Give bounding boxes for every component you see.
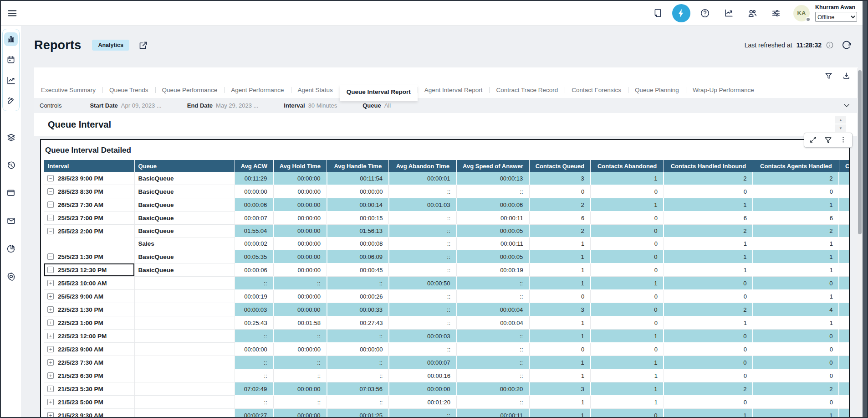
value-cell[interactable]: 0 — [664, 356, 753, 369]
value-cell[interactable]: 00:27:43 — [327, 316, 389, 330]
queue-cell[interactable] — [134, 316, 235, 330]
interval-cell[interactable]: −28/5/23 8:30 PM — [44, 185, 134, 198]
value-cell[interactable]: 0 — [591, 409, 664, 418]
expand-row-icon[interactable]: + — [47, 333, 54, 339]
tab-executive-summary[interactable]: Executive Summary — [34, 83, 102, 98]
sidebar-item-bar-chart-icon[interactable] — [4, 32, 18, 46]
queue-cell[interactable] — [134, 330, 235, 343]
sidebar-item-design-icon[interactable] — [4, 94, 18, 108]
expand-row-icon[interactable]: + — [47, 399, 54, 405]
value-cell[interactable]: 00:00:11 — [457, 237, 530, 250]
value-cell[interactable]: 1 — [753, 316, 839, 330]
queue-cell[interactable]: BasicQueue — [134, 250, 235, 263]
tab-contract-trace-record[interactable]: Contract Trace Record — [489, 83, 565, 98]
value-cell[interactable]: 00:00:45 — [327, 263, 389, 277]
value-cell[interactable]: 00:00:06 — [457, 198, 530, 212]
value-cell[interactable]: 1 — [664, 316, 753, 330]
value-cell[interactable]: 0 — [591, 237, 664, 250]
value-cell[interactable]: :: — [273, 330, 327, 343]
value-cell[interactable]: 3 — [529, 382, 590, 396]
queue-cell[interactable]: BasicQueue — [134, 212, 235, 225]
value-cell-clipped[interactable] — [839, 330, 850, 343]
value-cell[interactable]: 0 — [664, 185, 753, 198]
value-cell[interactable]: :: — [327, 277, 389, 290]
agent-status-select[interactable]: Offline — [815, 12, 857, 22]
value-cell-clipped[interactable] — [839, 250, 850, 263]
page-scrollbar[interactable] — [857, 68, 863, 417]
column-header-contacts-queued[interactable]: Contacts Queued — [529, 160, 590, 172]
download-icon[interactable] — [842, 72, 851, 80]
column-header-queue[interactable]: Queue — [134, 160, 235, 172]
value-cell[interactable]: 0 — [591, 225, 664, 237]
value-cell[interactable]: 1 — [591, 369, 664, 382]
value-cell[interactable]: 00:00:00 — [273, 290, 327, 303]
value-cell[interactable]: 00:00:03 — [235, 303, 273, 316]
collapse-row-icon[interactable]: − — [47, 175, 54, 181]
value-cell[interactable]: :: — [327, 330, 389, 343]
value-cell[interactable]: 00:00:16 — [389, 369, 457, 382]
value-cell-clipped[interactable] — [839, 303, 850, 316]
value-cell[interactable]: 00:00:11 — [457, 409, 530, 418]
expand-row-icon[interactable]: + — [47, 293, 54, 299]
value-cell[interactable]: 00:01:58 — [273, 316, 327, 330]
value-cell[interactable]: 2 — [664, 303, 753, 316]
queue-cell[interactable] — [134, 369, 235, 382]
value-cell[interactable]: 0 — [591, 343, 664, 356]
value-cell[interactable]: :: — [457, 356, 530, 369]
help-icon[interactable] — [696, 4, 714, 22]
interval-cell[interactable]: +22/5/23 12:00 PM — [44, 330, 134, 343]
value-cell[interactable]: 00:00:19 — [235, 290, 273, 303]
value-cell[interactable]: 00:00:27 — [235, 409, 273, 418]
value-cell[interactable]: 1 — [753, 263, 839, 277]
control-interval[interactable]: Interval30 Minutes — [284, 102, 337, 109]
value-cell[interactable]: 1 — [591, 356, 664, 369]
value-cell[interactable]: 00:00:00 — [235, 343, 273, 356]
value-cell[interactable]: 0 — [664, 343, 753, 356]
control-queue[interactable]: QueueAll — [363, 102, 391, 109]
sidebar-item-calendar-icon[interactable] — [4, 53, 18, 67]
value-cell-clipped[interactable] — [839, 277, 850, 290]
queue-cell[interactable]: BasicQueue — [134, 185, 235, 198]
interval-cell[interactable]: −26/5/23 7:30 AM — [44, 198, 134, 212]
collapse-row-icon[interactable]: − — [47, 228, 54, 234]
value-cell[interactable]: :: — [273, 356, 327, 369]
expand-row-icon[interactable]: + — [47, 372, 54, 379]
lightning-icon[interactable] — [672, 4, 690, 22]
column-header-contacts-agents-handled[interactable]: Contacts Agents Handled — [753, 160, 839, 172]
value-cell[interactable]: 00:00:15 — [327, 212, 389, 225]
tab-agent-performance[interactable]: Agent Performance — [224, 83, 291, 98]
expand-row-icon[interactable]: + — [47, 359, 54, 366]
value-cell[interactable]: :: — [327, 369, 389, 382]
sidebar-item-pie-chart-icon[interactable] — [4, 242, 18, 255]
value-cell[interactable]: 00:05:35 — [235, 250, 273, 263]
value-cell[interactable]: :: — [389, 263, 457, 277]
value-cell[interactable]: 00:00:08 — [327, 237, 389, 250]
value-cell[interactable]: 1 — [529, 316, 590, 330]
more-options-icon[interactable] — [839, 136, 847, 144]
value-cell[interactable]: 3 — [529, 303, 590, 316]
value-cell[interactable]: 0 — [753, 369, 839, 382]
value-cell[interactable]: 2 — [753, 225, 839, 237]
value-cell[interactable]: :: — [389, 343, 457, 356]
control-end-date[interactable]: End DateMay 29, 2023 ... — [187, 102, 259, 109]
visual-filter-icon[interactable] — [824, 136, 832, 144]
value-cell[interactable]: 1 — [664, 237, 753, 250]
team-icon[interactable] — [743, 4, 761, 22]
value-cell[interactable]: 2 — [529, 225, 590, 237]
value-cell[interactable]: 0 — [664, 277, 753, 290]
value-cell[interactable]: 1 — [591, 198, 664, 212]
column-header-avg-acw[interactable]: Avg ACW — [235, 160, 273, 172]
value-cell[interactable]: :: — [457, 330, 530, 343]
filter-icon[interactable] — [824, 72, 833, 80]
value-cell[interactable]: 0 — [529, 343, 590, 356]
expand-row-icon[interactable]: + — [47, 280, 54, 286]
value-cell[interactable]: :: — [457, 277, 530, 290]
value-cell[interactable]: :: — [457, 185, 530, 198]
value-cell[interactable]: :: — [327, 356, 389, 369]
value-cell[interactable]: 00:00:19 — [457, 263, 530, 277]
collapse-row-icon[interactable]: − — [47, 267, 54, 273]
value-cell[interactable]: 1 — [664, 198, 753, 212]
interval-cell[interactable]: +21/5/23 9:30 AM — [44, 409, 134, 418]
avatar[interactable]: KA — [793, 5, 810, 21]
value-cell[interactable]: 1 — [529, 356, 590, 369]
